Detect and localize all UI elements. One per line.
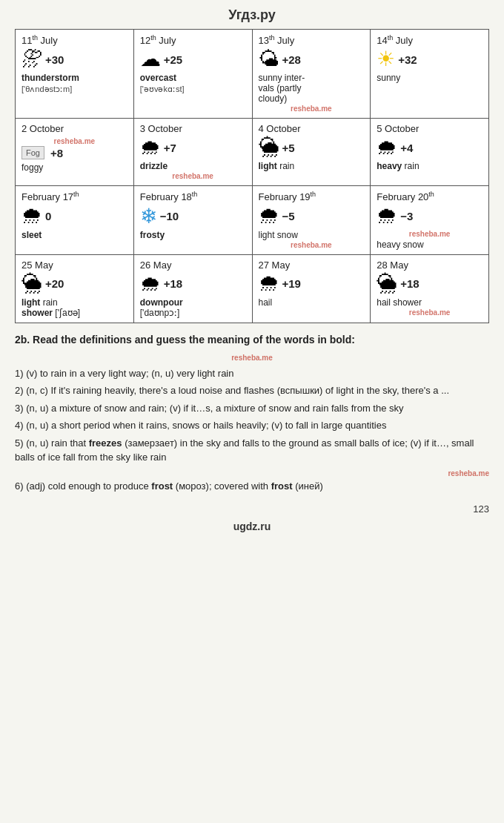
date-label: 2 October — [21, 123, 127, 134]
cell-3oct: 3 October 🌧 +7 drizzle resheba.me — [133, 119, 252, 186]
phonetic: ['əʊvəkɑːst] — [140, 85, 246, 94]
cell-27may: 27 May 🌨 +19 hail — [252, 254, 371, 323]
cell-5oct: 5 October 🌧 +4 heavy rain — [371, 119, 489, 186]
cell-11jul: 11th July ⛈ +30 thunderstorm ['θʌndəstɔː… — [16, 30, 134, 119]
table-row: February 17th 🌨 0 sleet February 18th ❄ … — [16, 186, 489, 254]
weather-desc: sleet — [21, 230, 127, 240]
weather-desc: sunny inter-vals (partlycloudy) — [259, 73, 365, 104]
cell-26may: 26 May 🌧 +18 downpour['daʊnpɔː] — [133, 254, 252, 323]
weather-row: 🌦 +20 — [21, 274, 127, 294]
cell-feb18: February 18th ❄ −10 frosty — [133, 186, 252, 254]
weather-row: 🌦 +5 — [259, 137, 365, 158]
weather-table: 11th July ⛈ +30 thunderstorm ['θʌndəstɔː… — [15, 29, 489, 323]
weather-row: 🌦 +18 — [377, 274, 483, 294]
table-row: 2 October resheba.me Fog +8 foggy 3 Octo… — [16, 119, 489, 186]
watermark-center: resheba.me — [15, 352, 489, 363]
temperature: +8 — [50, 147, 63, 159]
cell-4oct: 4 October 🌦 +5 light rain — [252, 119, 371, 186]
sunny-intervals-icon: 🌤 — [259, 49, 279, 70]
list-item: 2) (n, c) If it's raining heavily, there… — [15, 383, 489, 398]
weather-desc: light snow — [259, 230, 365, 240]
cell-14jul: 14th July ☀ +32 sunny — [371, 30, 489, 119]
weather-row: 🌧 +18 — [140, 274, 246, 294]
temperature: +32 — [398, 53, 417, 66]
overcast-icon: ☁ — [140, 49, 161, 70]
cell-25may: 25 May 🌦 +20 light rainshower ['ʃaʊə] — [16, 254, 134, 323]
temperature: +7 — [164, 142, 176, 154]
date-label: 4 October — [259, 123, 365, 134]
list-item: 1) (v) to rain in a very light way; (n, … — [15, 366, 489, 381]
weather-desc: hail shower — [377, 297, 483, 308]
phonetic: ['θʌndəstɔːm] — [21, 85, 127, 94]
thunderstorm-icon: ⛈ — [21, 49, 42, 70]
watermark-inline: resheba.me — [15, 468, 489, 479]
weather-desc: sunny — [377, 73, 483, 83]
sleet-icon: 🌨 — [21, 206, 42, 227]
downpour-icon: 🌧 — [140, 274, 161, 294]
sunny-icon: ☀ — [377, 49, 395, 70]
temperature: +25 — [164, 53, 182, 66]
footer-site: ugdz.ru — [233, 520, 271, 532]
watermark: resheba.me — [259, 105, 365, 113]
list-item: 3) (n, u) a mixture of snow and rain; (v… — [15, 401, 489, 416]
temperature: +5 — [282, 142, 295, 154]
weather-desc: overcast — [140, 73, 246, 83]
weather-row: 🌨 0 — [21, 206, 127, 227]
cell-12jul: 12th July ☁ +25 overcast ['əʊvəkɑːst] — [133, 30, 252, 119]
hail-shower-icon: 🌦 — [377, 274, 397, 294]
table-row: 25 May 🌦 +20 light rainshower ['ʃaʊə] 26… — [16, 254, 489, 323]
date-label: 14th July — [377, 34, 483, 46]
cell-feb19: February 19th 🌨 −5 light snow resheba.me — [252, 186, 371, 254]
page-number: 123 — [15, 503, 489, 515]
table-row: 11th July ⛈ +30 thunderstorm ['θʌndəstɔː… — [16, 30, 489, 119]
date-label: 5 October — [377, 123, 483, 134]
list-item: 6) (adj) cold enough to produce frost (м… — [15, 479, 489, 494]
weather-desc: frosty — [140, 230, 246, 240]
cell-feb20: February 20th 🌨 −3 resheba.me heavy snow — [371, 186, 489, 254]
cell-28may: 28 May 🌦 +18 hail shower resheba.me — [371, 254, 489, 323]
weather-row: ❄ −10 — [140, 206, 246, 227]
date-label: 25 May — [21, 260, 127, 271]
cell-13jul: 13th July 🌤 +28 sunny inter-vals (partly… — [252, 30, 371, 119]
weather-row: Fog +8 — [21, 146, 127, 159]
watermark: resheba.me — [21, 137, 127, 145]
date-label: 27 May — [259, 260, 365, 271]
light-snow-icon: 🌨 — [259, 206, 279, 227]
temperature: 0 — [45, 210, 51, 222]
weather-desc: heavy snow — [377, 239, 483, 250]
date-label: February 20th — [377, 191, 483, 202]
section-number: 2b. — [15, 334, 30, 346]
temperature: −10 — [160, 210, 179, 222]
weather-row: 🌤 +28 — [259, 49, 365, 70]
weather-desc: drizzle — [140, 161, 246, 171]
weather-row: 🌨 +19 — [259, 274, 365, 294]
weather-row: 🌨 −3 — [377, 206, 483, 227]
site-header: Угдз.ру — [228, 7, 276, 23]
heavy-snow-icon: 🌨 — [377, 206, 397, 227]
weather-desc: light rainshower ['ʃaʊə] — [21, 297, 127, 318]
watermark: resheba.me — [377, 308, 483, 317]
temperature: +18 — [400, 277, 419, 290]
temperature: +18 — [164, 277, 182, 290]
light-rain-shower-icon: 🌦 — [21, 274, 42, 294]
watermark: resheba.me — [259, 241, 365, 249]
temperature: +28 — [282, 53, 301, 66]
weather-row: ☀ +32 — [377, 49, 483, 70]
temperature: −5 — [282, 210, 295, 222]
date-label: 26 May — [140, 260, 246, 271]
section-2b-header: 2b. Read the definitions and guess the m… — [15, 332, 489, 348]
list-item: 5) (n, u) rain that freezes (замерзает) … — [15, 436, 489, 465]
hail-icon: 🌨 — [259, 274, 279, 294]
weather-row: ⛈ +30 — [21, 49, 127, 70]
weather-row: ☁ +25 — [140, 49, 246, 70]
weather-desc: hail — [259, 297, 365, 308]
date-label: February 17th — [21, 191, 127, 202]
date-label: February 18th — [140, 191, 246, 202]
watermark: resheba.me — [377, 230, 483, 238]
temperature: +20 — [45, 277, 64, 290]
date-label: 13th July — [259, 34, 365, 46]
list-item: 4) (n, u) a short period when it rains, … — [15, 418, 489, 433]
weather-row: 🌧 +4 — [377, 137, 483, 158]
date-label: February 19th — [259, 191, 365, 202]
weather-desc: foggy — [21, 162, 127, 173]
